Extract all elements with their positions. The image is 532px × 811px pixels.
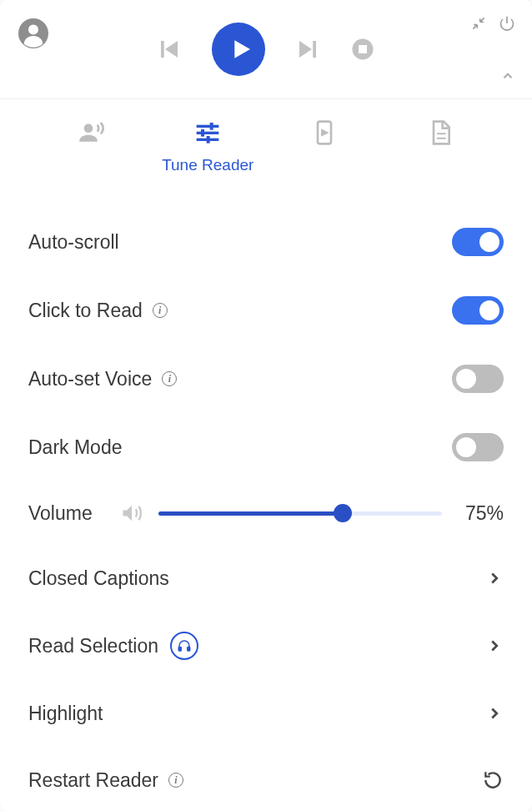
- auto-scroll-toggle[interactable]: [452, 228, 504, 256]
- headphone-icon: [170, 632, 198, 660]
- svg-point-6: [83, 123, 93, 133]
- auto-set-voice-toggle[interactable]: [452, 365, 504, 393]
- chevron-right-icon: [485, 637, 504, 655]
- chevron-right-icon: [485, 569, 504, 587]
- info-icon[interactable]: i: [162, 371, 177, 386]
- dark-mode-toggle[interactable]: [452, 433, 504, 461]
- tab-voice[interactable]: [33, 119, 150, 174]
- tab-device[interactable]: [266, 119, 383, 174]
- svg-rect-2: [161, 41, 164, 58]
- dark-mode-label: Dark Mode: [28, 436, 122, 459]
- volume-slider[interactable]: [158, 511, 442, 516]
- click-to-read-toggle[interactable]: [452, 296, 504, 325]
- svg-rect-11: [201, 129, 204, 137]
- auto-scroll-label: Auto-scroll: [28, 231, 119, 254]
- volume-label: Volume: [28, 502, 105, 525]
- auto-set-voice-label: Auto-set Voice: [28, 368, 152, 390]
- setting-highlight[interactable]: Highlight: [28, 680, 504, 747]
- svg-rect-5: [359, 45, 367, 53]
- power-icon[interactable]: [499, 15, 515, 35]
- play-button[interactable]: [212, 23, 265, 76]
- svg-rect-7: [197, 125, 219, 128]
- previous-button[interactable]: [157, 37, 182, 62]
- highlight-label: Highlight: [28, 703, 103, 725]
- stop-button[interactable]: [350, 37, 375, 62]
- minimize-icon[interactable]: [470, 15, 487, 35]
- setting-read-selection[interactable]: Read Selection: [28, 612, 504, 680]
- svg-rect-14: [178, 647, 181, 652]
- info-icon[interactable]: i: [153, 303, 168, 318]
- chevron-right-icon: [485, 704, 504, 723]
- setting-restart-reader[interactable]: Restart Reader i: [28, 747, 504, 811]
- setting-click-to-read: Click to Read i: [28, 276, 504, 345]
- tab-tune-reader-label: Tune Reader: [162, 156, 253, 174]
- setting-auto-set-voice: Auto-set Voice i: [28, 345, 504, 413]
- svg-rect-12: [207, 136, 210, 144]
- info-icon[interactable]: i: [168, 773, 183, 788]
- restart-icon: [482, 769, 504, 791]
- next-button[interactable]: [295, 37, 320, 62]
- collapse-chevron-icon[interactable]: [500, 68, 515, 87]
- click-to-read-label: Click to Read: [28, 300, 143, 322]
- setting-closed-captions[interactable]: Closed Captions: [28, 545, 504, 612]
- svg-rect-15: [188, 647, 190, 652]
- svg-rect-10: [210, 123, 213, 130]
- player-header: [0, 0, 532, 98]
- player-controls: [18, 23, 514, 76]
- profile-icon[interactable]: [18, 18, 48, 48]
- setting-auto-scroll: Auto-scroll: [28, 208, 504, 276]
- tab-bar: Tune Reader: [0, 98, 532, 184]
- svg-point-1: [28, 25, 38, 35]
- svg-rect-8: [197, 132, 219, 134]
- tab-tune-reader[interactable]: Tune Reader: [150, 119, 267, 174]
- svg-rect-3: [313, 41, 316, 58]
- volume-icon: [120, 501, 143, 525]
- setting-dark-mode: Dark Mode: [28, 413, 504, 481]
- closed-captions-label: Closed Captions: [28, 567, 169, 590]
- tab-document[interactable]: [383, 119, 499, 174]
- setting-volume: Volume 75%: [28, 481, 504, 545]
- restart-reader-label: Restart Reader: [28, 769, 158, 792]
- read-selection-label: Read Selection: [28, 635, 158, 657]
- settings-list: Auto-scroll Click to Read i Auto-set Voi…: [0, 184, 532, 811]
- volume-value: 75%: [457, 502, 504, 525]
